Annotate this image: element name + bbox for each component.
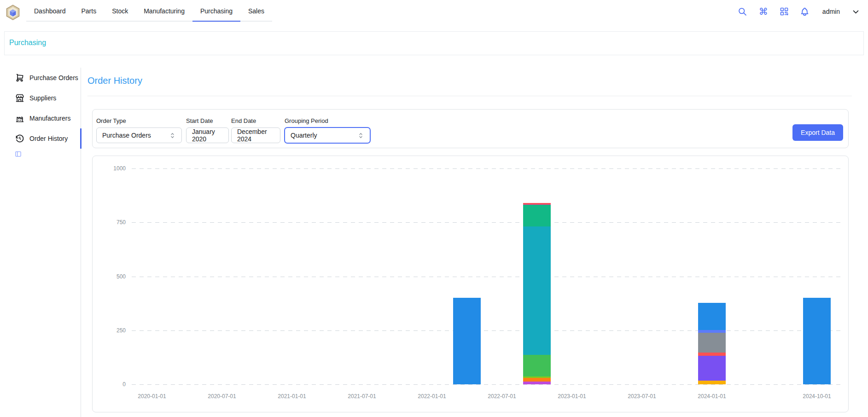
y-gridline [132,222,843,223]
selector-icon [357,132,364,139]
sidebar-item-manufacturers[interactable]: Manufacturers [0,108,81,128]
bar-segment [698,303,726,330]
x-tick-label: 2022-07-01 [477,393,527,400]
divider [87,96,852,96]
nav-tabs: DashboardPartsStockManufacturingPurchasi… [26,1,272,22]
filter-panel: Order Type Purchase Orders Start Date Ja… [92,109,849,148]
sidebar-item-label: Purchase Orders [29,74,78,81]
history-icon [15,134,24,143]
y-tick-label: 1000 [98,165,126,172]
tab-parts[interactable]: Parts [74,1,105,22]
tab-sales[interactable]: Sales [240,1,272,22]
sidebar-item-order-history[interactable]: Order History [0,128,81,149]
breadcrumb-link-purchasing[interactable]: Purchasing [9,39,46,47]
sidebar-item-suppliers[interactable]: Suppliers [0,88,81,108]
bar-segment [803,298,831,384]
factory-icon [15,114,24,123]
sidebar-item-label: Suppliers [29,94,56,102]
breadcrumb: Purchasing [4,31,864,55]
bar-segment [523,382,551,384]
y-tick-label: 0 [98,381,126,388]
page-title: Order History [87,75,142,86]
chart-bar-2024-01-01[interactable] [698,303,726,384]
y-tick-label: 750 [98,219,126,226]
x-tick-label: 2020-07-01 [197,393,247,400]
order-type-select[interactable]: Purchase Orders [96,127,182,143]
bar-segment [523,355,551,376]
active-item-indicator [80,128,82,149]
bar-segment [523,378,551,382]
sidebar-item-label: Manufacturers [29,115,70,122]
end-date-label: End Date [231,117,280,124]
bar-segment [453,298,481,384]
app-logo-icon[interactable] [6,5,20,20]
grouping-period-label: Grouping Period [285,117,370,124]
y-tick-label: 500 [98,273,126,280]
x-tick-label: 2023-07-01 [617,393,667,400]
sidebar-item-label: Order History [29,135,68,142]
collapse-sidebar-icon[interactable] [15,151,22,157]
building-store-icon [15,93,24,103]
bell-icon[interactable] [800,6,810,17]
shopping-cart-icon [15,73,24,82]
x-tick-label: 2023-01-01 [547,393,597,400]
tab-stock[interactable]: Stock [104,1,136,22]
x-tick-label: 2021-01-01 [267,393,317,400]
tab-dashboard[interactable]: Dashboard [26,1,74,22]
chart-card: 025050075010002020-01-012020-07-012021-0… [92,156,849,412]
y-gridline [132,384,843,385]
chart-bar-2022-04-01[interactable] [453,298,481,384]
x-tick-label: 2020-01-01 [127,393,177,400]
y-gridline [132,168,843,169]
x-tick-label: 2024-01-01 [687,393,737,400]
qrcode-icon[interactable] [779,6,789,17]
command-icon[interactable]: ⌘ [758,6,769,17]
bar-segment [523,226,551,355]
sidebar-item-purchase-orders[interactable]: Purchase Orders [0,68,81,88]
x-tick-label: 2024-10-01 [792,393,842,400]
start-date-input[interactable]: January 2020 [186,127,229,143]
chart-plot-area [132,168,843,384]
bar-segment [523,205,551,226]
end-date-input[interactable]: December 2024 [231,127,280,143]
search-icon[interactable] [738,6,748,17]
chart-bar-2024-10-01[interactable] [803,298,831,384]
export-data-button[interactable]: Export Data [792,124,843,141]
tab-purchasing[interactable]: Purchasing [192,1,240,22]
username-label: admin [822,8,840,15]
y-gridline [132,277,843,277]
bar-segment [698,333,726,353]
order-type-label: Order Type [96,117,182,124]
grouping-period-select[interactable]: Quarterly [285,127,370,143]
x-tick-label: 2021-07-01 [337,393,387,400]
tab-manufacturing[interactable]: Manufacturing [136,1,192,22]
selector-icon [169,132,176,139]
x-tick-label: 2022-01-01 [407,393,457,400]
start-date-label: Start Date [186,117,229,124]
chart-bar-2022-10-01[interactable] [523,203,551,384]
y-tick-label: 250 [98,327,126,334]
chevron-down-icon[interactable] [851,6,861,17]
header-actions: ⌘ admin [738,0,861,23]
sidebar-nav: Purchase OrdersSuppliersManufacturersOrd… [0,68,81,417]
bar-segment [698,353,726,356]
y-gridline [132,330,843,331]
top-navbar: DashboardPartsStockManufacturingPurchasi… [0,0,868,26]
bar-segment [698,381,726,384]
bar-segment [698,356,726,381]
